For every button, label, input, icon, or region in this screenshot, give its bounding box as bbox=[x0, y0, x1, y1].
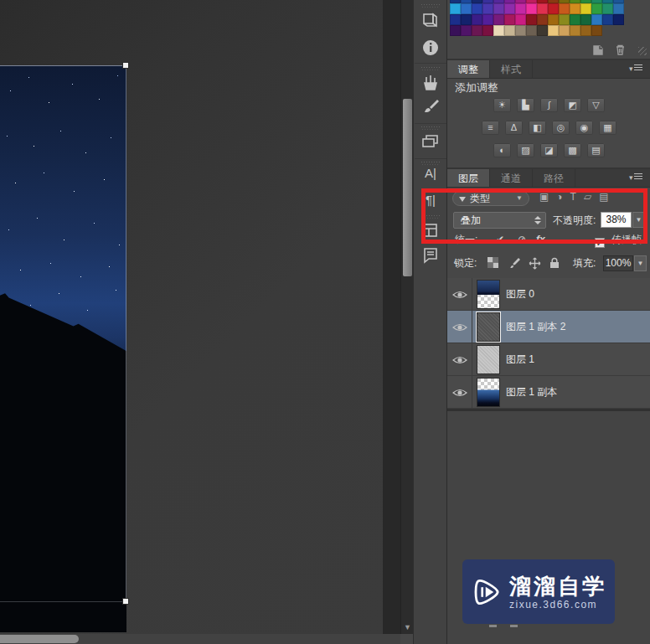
color-swatch[interactable] bbox=[461, 3, 472, 14]
visibility-eye-icon[interactable] bbox=[447, 343, 472, 376]
color-swatch[interactable] bbox=[450, 3, 461, 14]
opacity-dropdown-button[interactable]: ▼ bbox=[632, 212, 645, 228]
lock-position-icon[interactable] bbox=[529, 257, 541, 272]
filter-adjustment-layers-icon[interactable]: ◑ bbox=[556, 191, 562, 203]
color-swatch[interactable] bbox=[559, 3, 570, 14]
color-swatch[interactable] bbox=[570, 14, 580, 25]
color-swatch[interactable] bbox=[493, 14, 504, 25]
brightness-contrast-icon[interactable]: ☀ bbox=[493, 98, 511, 112]
panel-resize-grip[interactable] bbox=[638, 47, 647, 55]
exposure-icon[interactable]: ◩ bbox=[564, 98, 581, 112]
dock-grip[interactable] bbox=[421, 4, 440, 8]
layer-thumbnail[interactable] bbox=[477, 379, 499, 406]
color-swatch[interactable] bbox=[450, 25, 461, 36]
color-swatch[interactable] bbox=[613, 14, 624, 25]
hue-saturation-icon[interactable]: ≡ bbox=[482, 121, 499, 135]
layer-name[interactable]: 图层 1 副本 2 bbox=[506, 311, 565, 343]
clone-source-icon[interactable] bbox=[414, 221, 447, 242]
lock-image-icon[interactable] bbox=[508, 257, 521, 272]
color-swatch[interactable] bbox=[537, 14, 548, 25]
color-swatch[interactable] bbox=[482, 14, 493, 25]
color-swatch[interactable] bbox=[602, 3, 613, 14]
layer-thumbnail[interactable] bbox=[477, 281, 499, 308]
layer-row[interactable]: 图层 1 副本 2 bbox=[447, 311, 650, 343]
color-swatch[interactable] bbox=[559, 25, 570, 36]
color-swatch[interactable] bbox=[559, 14, 570, 25]
color-swatch[interactable] bbox=[482, 25, 493, 36]
layer-row[interactable]: 图层 1 bbox=[447, 343, 650, 376]
color-swatch[interactable] bbox=[537, 3, 548, 14]
filter-shape-layers-icon[interactable]: ▱ bbox=[584, 191, 591, 203]
filter-pixel-layers-icon[interactable]: ▣ bbox=[539, 191, 549, 203]
visibility-eye-icon[interactable] bbox=[447, 278, 472, 311]
layer-name[interactable]: 图层 1 副本 bbox=[506, 376, 557, 409]
color-swatch[interactable] bbox=[493, 25, 504, 36]
layer-name[interactable]: 图层 0 bbox=[506, 278, 534, 311]
color-swatch[interactable] bbox=[602, 14, 613, 25]
trash-icon[interactable] bbox=[614, 44, 627, 59]
character-panel-icon[interactable]: A| bbox=[414, 166, 447, 180]
propagate-checkbox[interactable]: ✓ bbox=[595, 234, 605, 250]
info-icon[interactable] bbox=[414, 39, 447, 59]
fill-input[interactable]: 100% bbox=[603, 255, 633, 271]
levels-icon[interactable]: ▙ bbox=[517, 98, 534, 112]
unify-visibility-icon[interactable]: ⊘ bbox=[518, 231, 526, 248]
color-swatch[interactable] bbox=[515, 14, 526, 25]
color-swatch[interactable] bbox=[482, 3, 493, 14]
blend-mode-combo[interactable]: 叠加 bbox=[453, 212, 546, 229]
lock-transparency-icon[interactable] bbox=[488, 257, 498, 270]
color-lookup-icon[interactable]: ▦ bbox=[599, 121, 616, 135]
color-swatch[interactable] bbox=[548, 14, 559, 25]
panel-menu-icon[interactable]: ▾ bbox=[629, 173, 647, 182]
transform-handle-bottom-right[interactable] bbox=[122, 598, 129, 605]
color-swatch[interactable] bbox=[515, 3, 526, 14]
tab-channels[interactable]: 通道 bbox=[490, 169, 533, 187]
color-swatch[interactable] bbox=[580, 25, 591, 36]
vibrance-icon[interactable]: ▽ bbox=[587, 98, 605, 112]
color-swatch[interactable] bbox=[515, 25, 526, 36]
color-swatch[interactable] bbox=[461, 25, 472, 36]
vertical-scrollbar[interactable]: ▼ bbox=[400, 0, 413, 634]
color-swatch[interactable] bbox=[461, 14, 472, 25]
color-swatch[interactable] bbox=[526, 25, 537, 36]
dock-grip[interactable] bbox=[421, 162, 440, 165]
color-swatch[interactable] bbox=[580, 3, 591, 14]
filter-type-layers-icon[interactable]: T bbox=[570, 191, 576, 203]
color-swatch[interactable] bbox=[526, 3, 537, 14]
horizontal-scrollbar[interactable] bbox=[0, 634, 400, 644]
horizontal-scrollbar-thumb[interactable] bbox=[0, 635, 79, 643]
dock-grip[interactable] bbox=[421, 67, 440, 70]
color-swatch[interactable] bbox=[504, 25, 515, 36]
canvas-area[interactable] bbox=[0, 0, 400, 634]
layer-comps-icon[interactable] bbox=[414, 131, 447, 153]
color-swatch[interactable] bbox=[570, 3, 580, 14]
color-swatch[interactable] bbox=[472, 25, 482, 36]
color-swatch[interactable] bbox=[548, 25, 559, 36]
paragraph-panel-icon[interactable]: ¶| bbox=[414, 193, 447, 207]
invert-icon[interactable]: ◐ bbox=[493, 143, 511, 157]
color-swatch[interactable] bbox=[537, 25, 548, 36]
color-swatch[interactable] bbox=[570, 25, 580, 36]
color-swatch[interactable] bbox=[472, 14, 482, 25]
color-swatch[interactable] bbox=[450, 14, 461, 25]
curves-icon[interactable]: ∫ bbox=[540, 98, 558, 112]
color-swatch[interactable] bbox=[472, 3, 482, 14]
color-swatch[interactable] bbox=[591, 3, 602, 14]
color-swatch[interactable] bbox=[591, 25, 602, 36]
document-image[interactable] bbox=[0, 65, 126, 632]
layer-row[interactable]: 图层 0 bbox=[447, 278, 650, 311]
layer-thumbnail[interactable] bbox=[477, 346, 499, 374]
filter-smart-objects-icon[interactable]: ▤ bbox=[599, 191, 608, 203]
new-swatch-icon[interactable] bbox=[591, 44, 604, 59]
color-swatch[interactable] bbox=[504, 3, 515, 14]
tab-layers[interactable]: 图层 bbox=[447, 169, 490, 187]
color-swatch[interactable] bbox=[613, 3, 624, 14]
scroll-down-arrow-icon[interactable]: ▼ bbox=[401, 621, 414, 634]
panel-menu-icon[interactable]: ▾ bbox=[629, 64, 647, 73]
color-swatch[interactable] bbox=[591, 14, 602, 25]
vertical-scrollbar-thumb[interactable] bbox=[403, 99, 412, 276]
fill-dropdown-button[interactable]: ▼ bbox=[634, 255, 647, 271]
visibility-eye-icon[interactable] bbox=[447, 376, 472, 409]
tab-paths[interactable]: 路径 bbox=[533, 169, 575, 187]
lock-all-icon[interactable] bbox=[549, 257, 560, 271]
